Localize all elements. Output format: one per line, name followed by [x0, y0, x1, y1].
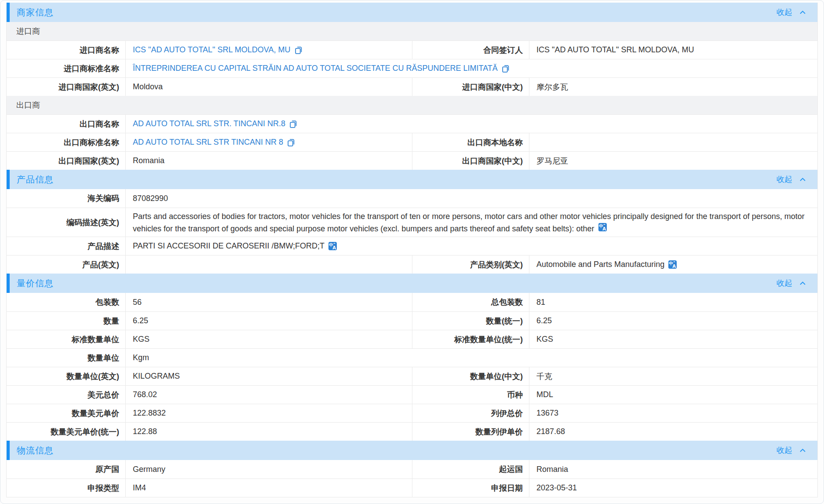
field-label: 海关编码	[7, 189, 125, 208]
collapse-button[interactable]: 收起	[777, 278, 806, 289]
translate-icon[interactable]: 中A	[328, 242, 337, 250]
table-row: 标准数量单位KGS标准数量单位(统一)KGS	[7, 330, 817, 348]
table-row: 数量单位(英文)KILOGRAMS数量单位(中文)千克	[7, 367, 817, 385]
field-label: 总包装数	[412, 293, 529, 311]
field-label: 起运国	[412, 460, 529, 478]
copy-icon[interactable]	[287, 138, 295, 147]
field-label: 出口商国家(中文)	[412, 152, 529, 170]
field-value: IM4	[125, 479, 412, 497]
field-value-text: Automobile and Parts Manufacturing	[536, 260, 664, 269]
field-label: 列伊总价	[412, 404, 529, 422]
field-value: KGS	[125, 330, 412, 348]
field-label: 进口商名称	[7, 41, 125, 59]
field-value-text: Kgm	[133, 353, 149, 362]
copy-icon[interactable]	[295, 46, 303, 55]
field-value: AD AUTO TOTAL SRL STR. TINCANI NR.8	[125, 115, 817, 133]
svg-text:A: A	[602, 226, 606, 231]
field-label: 编码描述(英文)	[7, 208, 125, 237]
field-link[interactable]: ICS "AD AUTO TOTAL" SRL MOLDOVA, MU	[133, 45, 291, 55]
field-value: 81	[529, 293, 817, 311]
field-label: 进口商国家(中文)	[412, 78, 529, 96]
field-value-text: 122.88	[133, 427, 157, 436]
section-header: 物流信息收起	[7, 441, 817, 460]
field-value-text: 罗马尼亚	[536, 156, 568, 166]
copy-icon[interactable]	[289, 120, 297, 128]
section-title: 量价信息	[17, 278, 54, 289]
field-label: 产品(英文)	[7, 256, 125, 274]
field-value-text: 81	[536, 298, 545, 307]
field-value: 56	[125, 293, 412, 311]
field-value: Parts and accessories of bodies for trac…	[125, 208, 817, 237]
table-row: 出口商名称AD AUTO TOTAL SRL STR. TINCANI NR.8	[7, 114, 817, 133]
section-title: 商家信息	[17, 7, 54, 18]
collapse-button[interactable]: 收起	[777, 7, 806, 18]
field-value: 千克	[529, 367, 817, 385]
field-value: 2023-05-31	[529, 479, 817, 497]
translate-icon[interactable]: 中A	[668, 260, 677, 269]
field-value	[125, 256, 412, 274]
field-value: 13673	[529, 404, 817, 422]
section-title: 物流信息	[17, 445, 54, 457]
field-value: Romania	[529, 460, 817, 478]
field-label: 申报类型	[7, 479, 125, 497]
field-link[interactable]: AD AUTO TOTAL SRL STR. TINCANI NR.8	[133, 119, 285, 128]
field-label: 数量	[7, 312, 125, 330]
field-value: ICS "AD AUTO TOTAL" SRL MOLDOVA, MU	[125, 41, 412, 59]
field-value: Kgm	[125, 349, 817, 367]
field-value: 87082990	[125, 189, 817, 208]
field-label: 币种	[412, 386, 529, 404]
field-value: 摩尔多瓦	[529, 78, 817, 96]
collapse-label: 收起	[777, 174, 792, 185]
field-label: 产品类别(英文)	[412, 256, 529, 274]
field-value-text: 56	[133, 298, 142, 307]
field-value-text: Parts and accessories of bodies for trac…	[133, 208, 810, 237]
field-value: Automobile and Parts Manufacturing中A	[529, 256, 817, 274]
field-value: 122.8832	[125, 404, 412, 422]
translate-icon[interactable]: 中A	[598, 223, 607, 231]
field-label: 数量美元单价	[7, 404, 125, 422]
collapse-button[interactable]: 收起	[777, 445, 806, 456]
field-label: 出口商本地名称	[412, 133, 529, 151]
field-value-text: 87082990	[133, 194, 168, 203]
field-label: 数量美元单价(统一)	[7, 423, 125, 441]
field-value-text: MDL	[536, 390, 553, 399]
field-value: PARTI SI ACCESORII DE CAROSERII /BMW;FOR…	[125, 237, 817, 255]
field-value: 768.02	[125, 386, 412, 404]
table-row: 进口商标准名称ÎNTREPRINDEREA CU CAPITAL STRĂIN …	[7, 59, 817, 77]
field-value: KILOGRAMS	[125, 367, 412, 385]
field-value: ICS "AD AUTO TOTAL" SRL MOLDOVA, MU	[529, 41, 817, 59]
table-row: 数量单位Kgm	[7, 348, 817, 367]
field-value-text: 千克	[536, 371, 552, 382]
copy-icon[interactable]	[502, 64, 510, 73]
table-row: 海关编码87082990	[7, 189, 817, 208]
field-value: 罗马尼亚	[529, 152, 817, 170]
page: { "theme": { "accent_blue": "#1b8ff2", "…	[0, 0, 824, 504]
chevron-up-icon	[799, 281, 806, 285]
field-label: 标准数量单位	[7, 330, 125, 348]
field-label: 数量(统一)	[412, 312, 529, 330]
svg-text:A: A	[672, 264, 676, 269]
field-label: 标准数量单位(统一)	[412, 330, 529, 348]
collapse-label: 收起	[777, 445, 792, 456]
table-row: 美元总价768.02币种MDL	[7, 385, 817, 404]
field-value-text: 6.25	[133, 316, 148, 325]
table-row: 产品(英文)产品类别(英文)Automobile and Parts Manuf…	[7, 255, 817, 274]
field-value-text: KGS	[536, 335, 553, 344]
field-value: AD AUTO TOTAL SRL STR TINCANI NR 8	[125, 133, 412, 151]
field-value-text: Germany	[133, 465, 165, 474]
field-label: 产品描述	[7, 237, 125, 255]
field-value-text: Romania	[133, 156, 164, 165]
section-header: 量价信息收起	[7, 274, 817, 293]
subsection-title: 出口商	[7, 96, 40, 114]
field-label: 进口商标准名称	[7, 59, 125, 77]
field-value: MDL	[529, 386, 817, 404]
field-link[interactable]: AD AUTO TOTAL SRL STR TINCANI NR 8	[133, 138, 283, 147]
trade-detail-panel: 商家信息收起进口商进口商名称ICS "AD AUTO TOTAL" SRL MO…	[6, 3, 818, 497]
field-value: 6.25	[529, 312, 817, 330]
collapse-label: 收起	[777, 7, 792, 18]
field-label: 出口商名称	[7, 115, 125, 133]
svg-text:A: A	[332, 245, 336, 250]
field-value	[529, 133, 817, 151]
collapse-button[interactable]: 收起	[777, 174, 806, 185]
field-link[interactable]: ÎNTREPRINDEREA CU CAPITAL STRĂIN AD AUTO…	[133, 64, 498, 73]
